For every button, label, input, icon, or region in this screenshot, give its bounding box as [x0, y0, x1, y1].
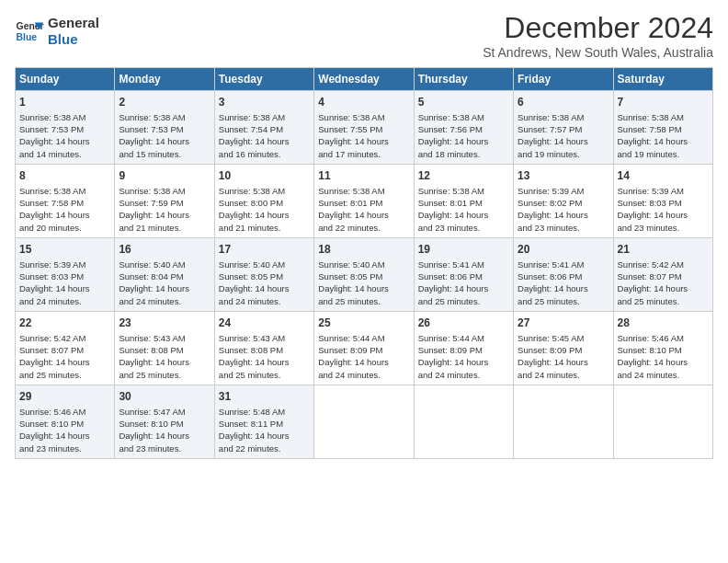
calendar-cell: 17Sunrise: 5:40 AM Sunset: 8:05 PM Dayli… [214, 237, 313, 311]
calendar-cell: 15Sunrise: 5:39 AM Sunset: 8:03 PM Dayli… [16, 237, 115, 311]
day-number: 25 [318, 316, 409, 331]
calendar-cell: 18Sunrise: 5:40 AM Sunset: 8:05 PM Dayli… [314, 237, 414, 311]
day-info: Sunrise: 5:47 AM Sunset: 8:10 PM Dayligh… [119, 406, 210, 454]
day-number: 12 [418, 168, 509, 184]
day-info: Sunrise: 5:44 AM Sunset: 8:09 PM Dayligh… [318, 332, 409, 381]
calendar-cell: 27Sunrise: 5:45 AM Sunset: 8:09 PM Dayli… [514, 311, 613, 385]
calendar-cell [314, 385, 414, 458]
day-header-friday: Friday [514, 68, 613, 91]
day-info: Sunrise: 5:40 AM Sunset: 8:04 PM Dayligh… [119, 259, 210, 307]
day-number: 3 [219, 95, 310, 110]
day-info: Sunrise: 5:40 AM Sunset: 8:05 PM Dayligh… [219, 259, 310, 307]
header: General Blue General Blue December 2024 … [15, 11, 713, 60]
calendar-cell: 12Sunrise: 5:38 AM Sunset: 8:01 PM Dayli… [414, 164, 513, 237]
day-number: 15 [19, 242, 110, 258]
svg-text:Blue: Blue [17, 32, 38, 42]
logo-text: General Blue [48, 15, 99, 48]
day-info: Sunrise: 5:40 AM Sunset: 8:05 PM Dayligh… [318, 259, 409, 307]
calendar-cell: 6Sunrise: 5:38 AM Sunset: 7:57 PM Daylig… [514, 91, 613, 165]
calendar-week-row: 8Sunrise: 5:38 AM Sunset: 7:58 PM Daylig… [16, 164, 713, 237]
calendar-cell: 23Sunrise: 5:43 AM Sunset: 8:08 PM Dayli… [115, 311, 214, 385]
day-number: 19 [418, 242, 509, 258]
day-number: 18 [318, 242, 409, 258]
logo-icon: General Blue [15, 17, 44, 46]
day-info: Sunrise: 5:38 AM Sunset: 7:53 PM Dayligh… [19, 111, 110, 160]
day-number: 10 [219, 168, 310, 184]
day-header-tuesday: Tuesday [214, 68, 313, 91]
calendar-cell: 3Sunrise: 5:38 AM Sunset: 7:54 PM Daylig… [214, 91, 313, 165]
day-number: 28 [618, 316, 709, 331]
day-info: Sunrise: 5:48 AM Sunset: 8:11 PM Dayligh… [219, 406, 310, 454]
calendar-cell: 2Sunrise: 5:38 AM Sunset: 7:53 PM Daylig… [115, 91, 214, 165]
calendar-cell: 30Sunrise: 5:47 AM Sunset: 8:10 PM Dayli… [115, 385, 214, 458]
day-info: Sunrise: 5:43 AM Sunset: 8:08 PM Dayligh… [219, 332, 310, 381]
logo: General Blue General Blue [15, 15, 99, 48]
calendar-cell [613, 385, 712, 458]
calendar-header-row: SundayMondayTuesdayWednesdayThursdayFrid… [16, 68, 713, 91]
calendar-cell: 14Sunrise: 5:39 AM Sunset: 8:03 PM Dayli… [613, 164, 712, 237]
calendar-cell: 19Sunrise: 5:41 AM Sunset: 8:06 PM Dayli… [414, 237, 513, 311]
page-container: General Blue General Blue December 2024 … [0, 0, 728, 470]
day-number: 1 [19, 95, 110, 110]
day-info: Sunrise: 5:38 AM Sunset: 7:56 PM Dayligh… [418, 111, 509, 160]
day-number: 9 [119, 168, 210, 184]
day-info: Sunrise: 5:41 AM Sunset: 8:06 PM Dayligh… [418, 259, 509, 307]
day-number: 5 [418, 95, 509, 110]
day-header-monday: Monday [115, 68, 214, 91]
day-number: 6 [518, 95, 609, 110]
calendar-week-row: 15Sunrise: 5:39 AM Sunset: 8:03 PM Dayli… [16, 237, 713, 311]
calendar-cell: 5Sunrise: 5:38 AM Sunset: 7:56 PM Daylig… [414, 91, 513, 165]
day-info: Sunrise: 5:44 AM Sunset: 8:09 PM Dayligh… [418, 332, 509, 381]
calendar-table: SundayMondayTuesdayWednesdayThursdayFrid… [15, 67, 713, 459]
calendar-cell: 29Sunrise: 5:46 AM Sunset: 8:10 PM Dayli… [16, 385, 115, 458]
day-number: 13 [518, 168, 609, 184]
month-title: December 2024 [483, 11, 713, 45]
calendar-cell: 8Sunrise: 5:38 AM Sunset: 7:58 PM Daylig… [16, 164, 115, 237]
day-header-sunday: Sunday [16, 68, 115, 91]
day-info: Sunrise: 5:39 AM Sunset: 8:02 PM Dayligh… [518, 185, 609, 234]
day-number: 27 [518, 316, 609, 331]
day-number: 24 [219, 316, 310, 331]
location-subtitle: St Andrews, New South Wales, Australia [483, 45, 713, 60]
day-info: Sunrise: 5:41 AM Sunset: 8:06 PM Dayligh… [518, 259, 609, 307]
day-number: 17 [219, 242, 310, 258]
day-info: Sunrise: 5:42 AM Sunset: 8:07 PM Dayligh… [618, 259, 709, 307]
day-number: 20 [518, 242, 609, 258]
day-info: Sunrise: 5:46 AM Sunset: 8:10 PM Dayligh… [618, 332, 709, 381]
day-info: Sunrise: 5:38 AM Sunset: 7:53 PM Dayligh… [119, 111, 210, 160]
calendar-cell: 16Sunrise: 5:40 AM Sunset: 8:04 PM Dayli… [115, 237, 214, 311]
day-number: 2 [119, 95, 210, 110]
calendar-cell: 13Sunrise: 5:39 AM Sunset: 8:02 PM Dayli… [514, 164, 613, 237]
calendar-cell: 9Sunrise: 5:38 AM Sunset: 7:59 PM Daylig… [115, 164, 214, 237]
day-info: Sunrise: 5:45 AM Sunset: 8:09 PM Dayligh… [518, 332, 609, 381]
calendar-cell: 11Sunrise: 5:38 AM Sunset: 8:01 PM Dayli… [314, 164, 414, 237]
calendar-cell: 21Sunrise: 5:42 AM Sunset: 8:07 PM Dayli… [613, 237, 712, 311]
calendar-week-row: 1Sunrise: 5:38 AM Sunset: 7:53 PM Daylig… [16, 91, 713, 165]
calendar-cell: 22Sunrise: 5:42 AM Sunset: 8:07 PM Dayli… [16, 311, 115, 385]
day-number: 23 [119, 316, 210, 331]
calendar-cell: 28Sunrise: 5:46 AM Sunset: 8:10 PM Dayli… [613, 311, 712, 385]
day-info: Sunrise: 5:38 AM Sunset: 7:58 PM Dayligh… [618, 111, 709, 160]
calendar-cell [514, 385, 613, 458]
day-number: 14 [618, 168, 709, 184]
calendar-cell: 10Sunrise: 5:38 AM Sunset: 8:00 PM Dayli… [214, 164, 313, 237]
day-header-thursday: Thursday [414, 68, 513, 91]
day-number: 7 [618, 95, 709, 110]
day-info: Sunrise: 5:43 AM Sunset: 8:08 PM Dayligh… [119, 332, 210, 381]
calendar-cell: 1Sunrise: 5:38 AM Sunset: 7:53 PM Daylig… [16, 91, 115, 165]
day-info: Sunrise: 5:39 AM Sunset: 8:03 PM Dayligh… [19, 259, 110, 307]
calendar-cell: 4Sunrise: 5:38 AM Sunset: 7:55 PM Daylig… [314, 91, 414, 165]
day-info: Sunrise: 5:38 AM Sunset: 8:01 PM Dayligh… [318, 185, 409, 234]
day-number: 22 [19, 316, 110, 331]
day-info: Sunrise: 5:42 AM Sunset: 8:07 PM Dayligh… [19, 332, 110, 381]
calendar-cell [414, 385, 513, 458]
calendar-cell: 7Sunrise: 5:38 AM Sunset: 7:58 PM Daylig… [613, 91, 712, 165]
day-info: Sunrise: 5:38 AM Sunset: 7:54 PM Dayligh… [219, 111, 310, 160]
calendar-cell: 31Sunrise: 5:48 AM Sunset: 8:11 PM Dayli… [214, 385, 313, 458]
day-header-wednesday: Wednesday [314, 68, 414, 91]
day-info: Sunrise: 5:38 AM Sunset: 7:58 PM Dayligh… [19, 185, 110, 234]
day-number: 16 [119, 242, 210, 258]
day-number: 31 [219, 389, 310, 405]
day-info: Sunrise: 5:38 AM Sunset: 8:00 PM Dayligh… [219, 185, 310, 234]
day-header-saturday: Saturday [613, 68, 712, 91]
